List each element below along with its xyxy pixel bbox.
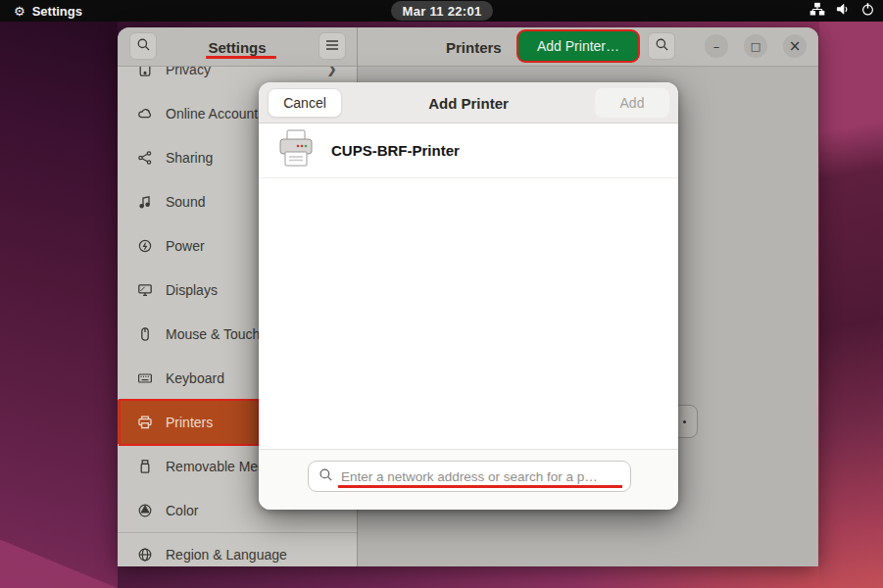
clock-menu[interactable]: Mar 11 22:01	[391, 1, 493, 21]
privacy-icon	[137, 67, 153, 77]
sidebar-item-label: Online Accounts	[166, 106, 265, 122]
add-printer-dialog: Cancel Add Printer Add CUPS-BRF-Printer	[259, 82, 678, 510]
annotation-underline-placeholder	[338, 485, 622, 488]
network-wired-icon[interactable]	[809, 2, 825, 20]
keyboard-icon	[137, 370, 153, 386]
printer-device-icon	[274, 127, 318, 174]
printers-search-button[interactable]	[648, 32, 675, 60]
add-printer-button-label: Add Printer…	[537, 38, 619, 54]
wallpaper-right-facet	[819, 0, 883, 588]
dialog-search-section	[259, 449, 678, 510]
annotation-box-printers	[119, 399, 260, 446]
top-bar: ⚙ Settings Mar 11 22:01	[0, 0, 883, 22]
wallpaper-bottom-facet	[118, 566, 819, 588]
network-address-input[interactable]	[341, 469, 620, 484]
hamburger-icon	[325, 37, 339, 55]
printer-list-item[interactable]: CUPS-BRF-Printer	[259, 123, 678, 178]
wallpaper-left-facet	[0, 0, 118, 588]
sidebar-item-label: Region & Language	[166, 547, 287, 563]
close-icon: ×	[789, 37, 802, 55]
topbar-app-menu[interactable]: ⚙ Settings	[14, 0, 82, 22]
music-note-icon	[137, 194, 153, 210]
primary-menu-button[interactable]	[319, 32, 346, 60]
sidebar-item-label: Power	[166, 238, 205, 254]
add-button-disabled[interactable]: Add	[595, 88, 669, 118]
minimize-button[interactable]: –	[705, 34, 728, 58]
sidebar-item-region-language[interactable]: Region & Language	[118, 532, 357, 566]
maximize-icon: □	[751, 40, 760, 53]
volume-icon[interactable]	[835, 2, 851, 20]
system-tray[interactable]	[809, 0, 875, 22]
monitor-icon	[137, 282, 153, 298]
sidebar-item-label: Color	[166, 503, 198, 518]
annotation-underline-settings	[206, 56, 276, 59]
dialog-headerbar: Cancel Add Printer Add	[259, 82, 678, 123]
color-wheel-icon	[137, 503, 153, 518]
gear-icon: ⚙	[14, 4, 25, 19]
add-printer-button[interactable]: Add Printer…	[516, 29, 640, 63]
maximize-button[interactable]: □	[744, 34, 767, 58]
add-button-label: Add	[620, 95, 645, 111]
minimize-icon: –	[713, 39, 720, 54]
sidebar-item-label: Keyboard	[166, 370, 224, 386]
printer-name: CUPS-BRF-Printer	[331, 142, 460, 159]
globe-icon	[137, 547, 153, 563]
ellipsis-dot	[683, 420, 686, 423]
flash-drive-icon	[137, 459, 153, 474]
clock-label: Mar 11 22:01	[403, 4, 482, 19]
mouse-icon	[137, 326, 153, 342]
cloud-icon	[137, 106, 153, 122]
sidebar-item-label: Privacy	[166, 67, 211, 77]
power-circle-icon	[137, 238, 153, 254]
page-title: Printers	[446, 27, 502, 67]
share-icon	[137, 150, 153, 166]
search-icon	[655, 37, 669, 56]
headerbar: Settings Printers Add Printer… – □	[118, 27, 818, 67]
search-icon	[319, 467, 333, 486]
close-button[interactable]: ×	[783, 34, 807, 58]
chevron-right-icon: ❯	[326, 67, 337, 76]
power-icon[interactable]	[860, 2, 875, 20]
topbar-app-name: Settings	[32, 4, 82, 19]
sidebar-item-label: Sharing	[166, 150, 213, 166]
sidebar-item-label: Displays	[166, 282, 218, 298]
sidebar-item-label: Sound	[166, 194, 205, 210]
